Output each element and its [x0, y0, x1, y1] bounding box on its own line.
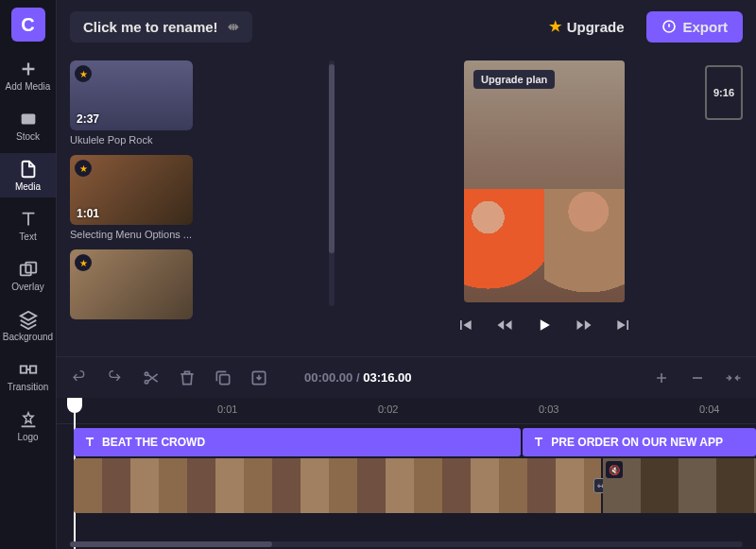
video-clip[interactable]: ⇿: [74, 458, 603, 513]
upgrade-button[interactable]: ★ Upgrade: [536, 10, 638, 43]
nav-media[interactable]: Media: [0, 153, 56, 197]
media-icon: [18, 159, 39, 180]
timecode: 00:00.00 / 03:16.00: [304, 370, 412, 385]
media-panel: ★ 2:37 Ukulele Pop Rock ★ 1:01 Selecting…: [70, 60, 335, 356]
svg-rect-3: [20, 366, 26, 372]
media-scrollbar[interactable]: [329, 60, 335, 306]
text-track: BEAT THE CROWD PRE ORDER ON OUR NEW APP: [74, 428, 756, 456]
play-button[interactable]: [535, 316, 554, 335]
text-icon: [18, 209, 39, 230]
nav-label: Add Media: [6, 82, 51, 92]
stock-icon: [18, 109, 39, 129]
nav-label: Background: [3, 333, 53, 342]
info-icon: [662, 19, 677, 34]
svg-rect-8: [220, 374, 230, 384]
zoom-fit-button[interactable]: [724, 369, 743, 387]
text-clip[interactable]: BEAT THE CROWD: [74, 428, 521, 456]
time-total: 03:16.00: [363, 370, 411, 385]
timeline-toolbar: 00:00.00 / 03:16.00: [57, 356, 756, 398]
text-icon: [532, 436, 545, 449]
media-title: Ukulele Pop Rock: [70, 134, 335, 146]
nav-add-media[interactable]: Add Media: [0, 53, 56, 97]
time-current: 00:00.00: [304, 370, 352, 385]
download-button[interactable]: [249, 369, 268, 387]
nav-background[interactable]: Background: [0, 303, 56, 348]
star-icon: ★: [549, 18, 561, 35]
aspect-ratio-button[interactable]: 9:16: [705, 65, 743, 120]
media-item[interactable]: ★: [70, 249, 335, 319]
scrollbar-thumb[interactable]: [70, 541, 272, 547]
media-thumb-video[interactable]: ★: [70, 249, 193, 319]
mid-area: ★ 2:37 Ukulele Pop Rock ★ 1:01 Selecting…: [57, 53, 756, 356]
project-title-input[interactable]: Click me to rename! ⇹: [70, 11, 252, 43]
timeline-ruler[interactable]: 0:01 0:02 0:03 0:04: [57, 398, 756, 424]
text-icon: [83, 436, 96, 449]
star-icon: ★: [75, 254, 92, 271]
scrollbar-thumb[interactable]: [329, 64, 335, 253]
skip-start-button[interactable]: [455, 316, 474, 335]
preview-area: 9:16 Upgrade plan: [346, 60, 743, 356]
nav-label: Text: [19, 232, 36, 242]
svg-rect-4: [29, 366, 35, 372]
transition-icon: [18, 359, 39, 380]
media-thumb-video[interactable]: ★ 1:01: [70, 155, 193, 225]
nav-label: Media: [15, 182, 41, 192]
media-item[interactable]: ★ 1:01 Selecting Menu Options ...: [70, 155, 335, 240]
export-button[interactable]: Export: [646, 11, 743, 43]
timeline-scrollbar[interactable]: [70, 541, 743, 547]
playback-controls: [455, 316, 633, 335]
nav-transition[interactable]: Transition: [0, 353, 56, 398]
topbar: Click me to rename! ⇹ ★ Upgrade Export: [57, 0, 756, 53]
app-logo[interactable]: C: [11, 8, 45, 42]
zoom-out-button[interactable]: [688, 369, 707, 387]
media-thumb-audio[interactable]: ★ 2:37: [70, 60, 193, 130]
ruler-tick: 0:04: [699, 403, 719, 415]
nav-overlay[interactable]: Overlay: [0, 253, 56, 298]
ruler-tick: 0:03: [539, 403, 558, 415]
nav-stock[interactable]: Stock: [0, 103, 56, 147]
upgrade-tooltip[interactable]: Upgrade plan: [473, 70, 555, 89]
unlink-icon: ⇹: [228, 19, 239, 34]
redo-button[interactable]: [106, 369, 125, 387]
clip-label: BEAT THE CROWD: [102, 436, 205, 449]
video-preview[interactable]: Upgrade plan: [464, 60, 625, 302]
star-icon: ★: [75, 160, 92, 177]
ruler-tick: 0:02: [378, 403, 398, 415]
nav-label: Stock: [16, 132, 40, 142]
skip-end-button[interactable]: [614, 316, 633, 335]
rename-label: Click me to rename!: [83, 19, 218, 35]
delete-button[interactable]: [178, 369, 197, 387]
left-nav: C Add Media Stock Media Text Overlay Bac…: [0, 0, 57, 549]
media-item[interactable]: ★ 2:37 Ukulele Pop Rock: [70, 60, 335, 146]
text-clip[interactable]: PRE ORDER ON OUR NEW APP: [523, 428, 756, 456]
nav-label: Transition: [8, 383, 49, 392]
star-icon: ★: [75, 65, 92, 82]
svg-rect-0: [21, 114, 35, 125]
svg-point-7: [145, 380, 147, 383]
rewind-button[interactable]: [495, 316, 514, 335]
aspect-label: 9:16: [713, 87, 734, 98]
export-label: Export: [682, 19, 728, 35]
zoom-in-button[interactable]: [652, 369, 671, 387]
mute-icon[interactable]: 🔇: [606, 461, 623, 478]
overlay-icon: [18, 259, 39, 280]
media-title: Selecting Menu Options ...: [70, 229, 335, 240]
nav-text[interactable]: Text: [0, 203, 56, 248]
plus-icon: [18, 59, 39, 79]
ruler-tick: 0:01: [217, 403, 237, 415]
timeline[interactable]: 0:01 0:02 0:03 0:04 BEAT THE CROWD PRE O…: [57, 398, 756, 549]
upgrade-label: Upgrade: [567, 19, 625, 35]
svg-point-6: [145, 372, 147, 375]
video-track: ⇿ 🔇: [74, 458, 756, 513]
undo-button[interactable]: [70, 369, 89, 387]
logo-icon: [18, 409, 39, 430]
copy-button[interactable]: [214, 369, 232, 387]
video-clip[interactable]: 🔇: [603, 458, 756, 513]
background-icon: [18, 309, 39, 330]
main-area: Click me to rename! ⇹ ★ Upgrade Export ★…: [57, 0, 756, 549]
nav-logo[interactable]: Logo: [0, 403, 56, 448]
nav-label: Logo: [17, 433, 38, 442]
split-button[interactable]: [142, 369, 161, 387]
forward-button[interactable]: [575, 316, 593, 335]
nav-label: Overlay: [11, 283, 43, 292]
